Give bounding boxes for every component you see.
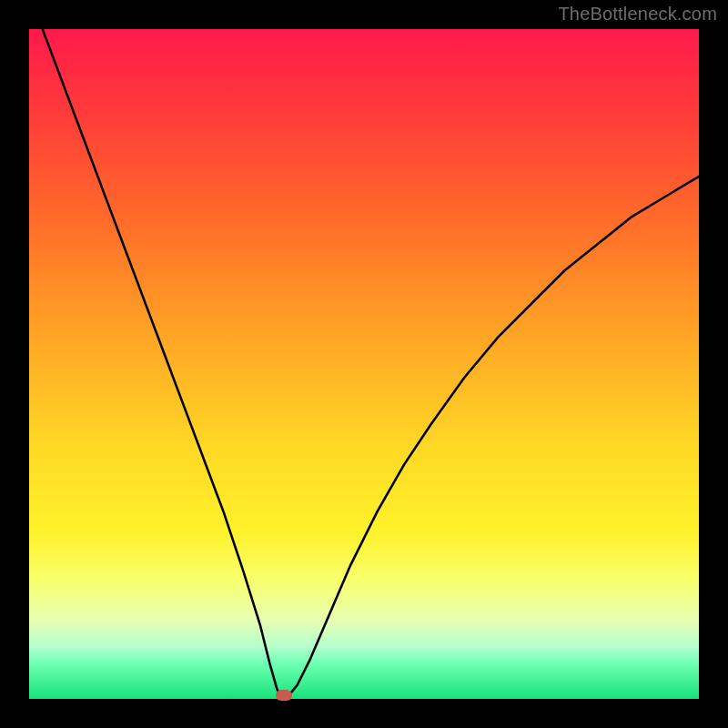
- curve-layer: [29, 29, 699, 699]
- minimum-marker: [276, 690, 292, 701]
- plot-area: [29, 29, 699, 699]
- chart-frame: TheBottleneck.com: [0, 0, 728, 728]
- watermark-text: TheBottleneck.com: [558, 4, 717, 25]
- bottleneck-curve-path: [43, 29, 699, 698]
